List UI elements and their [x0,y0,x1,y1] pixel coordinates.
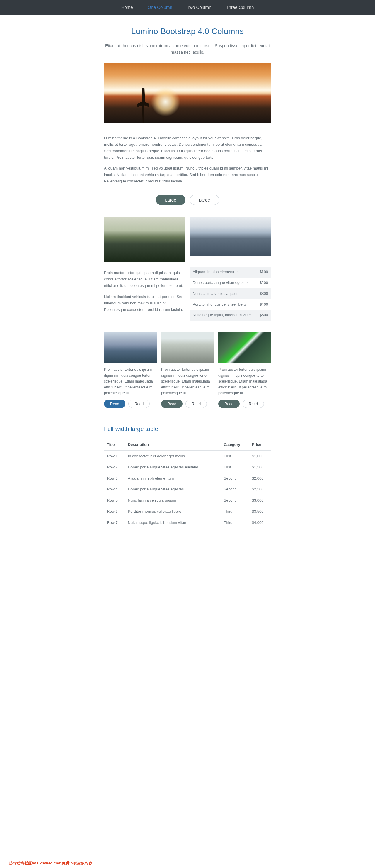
table-cell: Row 2 [104,462,125,473]
intro-paragraph: Lumino theme is a Bootstrap 4.0 mobile c… [104,135,271,161]
item-name: Nulla neque ligula, bibendum vitae [190,310,257,321]
read-button-secondary[interactable]: Read [185,400,207,408]
item-price: $200 [256,278,271,288]
large-button-secondary[interactable]: Large [190,195,219,205]
three-column-cards: Proin auctor tortor quis ipsum dignissim… [104,332,271,408]
item-name: Donec porta augue vitae egestas [190,278,257,288]
card: Proin auctor tortor quis ipsum dignissim… [104,332,157,408]
table-cell: Donec porta augue vitae egestas [125,484,221,495]
table-cell: $3,000 [249,495,271,506]
item-price: $500 [256,310,271,321]
card-text: Proin auctor tortor quis ipsum dignissim… [161,363,214,400]
large-button-primary[interactable]: Large [156,195,185,205]
item-price: $300 [256,288,271,299]
table-header: Category [221,439,249,451]
read-button-primary[interactable]: Read [161,400,182,408]
table-cell: Second [221,473,249,484]
item-name: Aliquam in nibh elementum [190,267,257,278]
table-row: Nunc lacinia vehicula ipsum$300 [190,288,271,299]
table-cell: Row 3 [104,473,125,484]
table-cell: Second [221,495,249,506]
button-row: Large Large [104,192,271,217]
card-image [218,332,271,363]
table-cell: $1,000 [249,451,271,462]
card-text: Proin auctor tortor quis ipsum dignissim… [218,363,271,400]
intro-paragraph: Aliquam non vestibulum mi, sed volutpat … [104,165,271,185]
content-image [190,217,271,256]
read-button-secondary[interactable]: Read [243,400,264,408]
table-row: Row 7Nulla neque ligula, bibendum vitaeT… [104,517,271,528]
read-button-primary[interactable]: Read [218,400,240,408]
table-row: Porttitor rhoncus vel vitae libero$400 [190,299,271,310]
table-cell: $2,000 [249,473,271,484]
table-cell: Porttitor rhoncus vel vitae libero [125,506,221,518]
table-cell: In consectetur et dolor eget mollis [125,451,221,462]
nav-link-one-column[interactable]: One Column [148,4,172,11]
nav-link-home[interactable]: Home [121,4,133,11]
table-cell: Donec porta augue vitae egestas eleifend [125,462,221,473]
table-cell: $2,500 [249,484,271,495]
section-title: Full-width large table [104,412,271,439]
hero-image [104,63,271,123]
card-image [161,332,214,363]
table-row: Row 6Porttitor rhoncus vel vitae liberoT… [104,506,271,518]
table-cell: $1,500 [249,462,271,473]
table-cell: Nulla neque ligula, bibendum vitae [125,517,221,528]
table-cell: Row 1 [104,451,125,462]
table-cell: Third [221,506,249,518]
item-name: Porttitor rhoncus vel vitae libero [190,299,257,310]
card-text: Proin auctor tortor quis ipsum dignissim… [104,363,157,400]
card: Proin auctor tortor quis ipsum dignissim… [161,332,214,408]
table-row: Nulla neque ligula, bibendum vitae$500 [190,310,271,321]
table-cell: Aliquam in nibh elementum [125,473,221,484]
page-subtitle: Etiam at rhoncus nisl. Nunc rutrum ac an… [104,42,271,56]
table-cell: First [221,462,249,473]
price-table: Aliquam in nibh elementum$100Donec porta… [190,267,271,321]
table-row: Row 4Donec porta augue vitae egestasSeco… [104,484,271,495]
paragraph: Proin auctor tortor quis ipsum dignissim… [104,270,185,289]
item-price: $400 [256,299,271,310]
intro-text: Lumino theme is a Bootstrap 4.0 mobile c… [104,132,271,192]
table-cell: Nunc lacinia vehicula upsum [125,495,221,506]
paragraph: Nullam tincidunt vehicula turpis at port… [104,293,185,313]
table-row: Row 1In consectetur et dolor eget mollis… [104,451,271,462]
table-cell: $3,500 [249,506,271,518]
page-header: Lumino Bootstrap 4.0 Columns Etiam at rh… [104,15,271,63]
page-title: Lumino Bootstrap 4.0 Columns [104,25,271,38]
table-cell: Row 6 [104,506,125,518]
read-button-secondary[interactable]: Read [128,400,150,408]
table-cell: $4,000 [249,517,271,528]
two-col-text: Proin auctor tortor quis ipsum dignissim… [104,267,185,321]
item-price: $100 [256,267,271,278]
read-button-primary[interactable]: Read [104,400,125,408]
table-cell: Row 5 [104,495,125,506]
item-name: Nunc lacinia vehicula ipsum [190,288,257,299]
table-header: Title [104,439,125,451]
nav-link-three-column[interactable]: Three Column [226,4,254,11]
nav-link-two-column[interactable]: Two Column [187,4,211,11]
card-image [104,332,157,363]
large-table: TitleDescriptionCategoryPriceRow 1In con… [104,439,271,528]
table-header: Price [249,439,271,451]
table-row: Row 3Aliquam in nibh elementumSecond$2,0… [104,473,271,484]
table-cell: First [221,451,249,462]
two-column-images [104,217,271,262]
table-cell: Third [221,517,249,528]
table-row: Row 5Nunc lacinia vehicula upsumSecond$3… [104,495,271,506]
table-row: Aliquam in nibh elementum$100 [190,267,271,278]
table-header: Description [125,439,221,451]
table-cell: Second [221,484,249,495]
card: Proin auctor tortor quis ipsum dignissim… [218,332,271,408]
table-row: Row 2Donec porta augue vitae egestas ele… [104,462,271,473]
table-cell: Row 4 [104,484,125,495]
content-image [104,217,185,262]
top-nav: HomeOne ColumnTwo ColumnThree Column [0,0,375,15]
table-cell: Row 7 [104,517,125,528]
table-row: Donec porta augue vitae egestas$200 [190,278,271,288]
